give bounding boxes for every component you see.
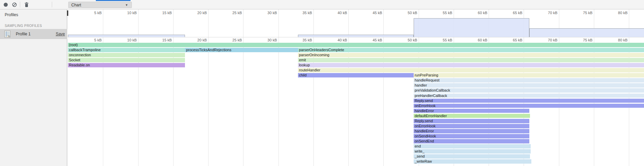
toolbar-separator [52, 2, 52, 7]
axis-tick-label: 75 kB [572, 38, 593, 42]
save-profile-link[interactable]: Save [56, 32, 65, 36]
flame-bar[interactable]: _send [414, 154, 530, 159]
gridline [243, 9, 243, 166]
flame-bar[interactable]: Readable.on [68, 63, 185, 67]
axis-tick-label: 30 kB [257, 38, 277, 42]
sidebar-title: Profiles [5, 12, 18, 17]
flame-bar[interactable]: handleError [414, 129, 529, 133]
profile-name: Profile 1 [16, 32, 31, 36]
gridline [103, 9, 103, 166]
overview-baseline [68, 37, 644, 37]
flame-bar[interactable]: handleError [414, 109, 529, 113]
flame-bar[interactable]: onSendHook [414, 134, 529, 138]
axis-tick-label: 25 kB [222, 38, 242, 42]
flame-bar[interactable]: handleRequest [414, 78, 644, 82]
flame-bar[interactable]: Reply.send [414, 119, 529, 123]
toolbar-separator [20, 2, 20, 7]
flame-bar[interactable]: _writeRaw [414, 159, 531, 164]
flame-bar[interactable]: preHandlerCallback [414, 94, 644, 98]
overview-area-step [68, 35, 185, 37]
clear-button[interactable] [11, 1, 18, 8]
flame-bar[interactable]: end [414, 144, 531, 148]
gridline [173, 9, 174, 166]
flame-bar[interactable]: handler [414, 83, 644, 88]
axis-tick-label: 65 kB [502, 11, 522, 15]
axis-tick-label: 20 kB [187, 11, 207, 15]
axis-tick-label: 50 kB [397, 38, 417, 42]
gridline [383, 9, 384, 166]
sidebar-section-header: SAMPLING PROFILES [5, 24, 42, 28]
flame-chart-canvas[interactable]: 5 kB5 kB10 kB10 kB15 kB15 kB20 kB20 kB25… [68, 9, 644, 166]
axis-tick-label: 70 kB [537, 11, 558, 15]
flame-bar[interactable]: parserOnIncoming [298, 53, 644, 57]
axis-tick-label: 50 kB [397, 11, 417, 15]
axis-tick-label: 10 kB [117, 38, 137, 42]
trash-icon [24, 2, 29, 7]
record-icon [4, 3, 8, 7]
axis-tick-label: 35 kB [292, 11, 312, 15]
axis-tick-label: 45 kB [362, 11, 382, 15]
flame-bar[interactable]: onconnection [68, 53, 185, 57]
toolbar: Chart ▼ [0, 0, 644, 9]
axis-tick-label: 40 kB [327, 38, 347, 42]
axis-tick-label: 20 kB [187, 38, 207, 42]
axis-tick-label: 15 kB [152, 38, 172, 42]
sidebar-item-profile-1[interactable]: % Profile 1 Save [0, 29, 67, 39]
flame-bar[interactable]: emit [298, 58, 644, 62]
gridline [348, 9, 349, 166]
profiler-window: Chart ▼ Profiles SAMPLING PROFILES % Pro… [0, 0, 644, 166]
profile-document-icon: % [4, 31, 10, 37]
view-mode-value: Chart [71, 3, 81, 7]
axis-tick-label: 55 kB [432, 38, 452, 42]
flame-bar[interactable]: Reply.send [414, 99, 644, 103]
gridline [313, 9, 314, 166]
axis-tick-label: 35 kB [292, 38, 312, 42]
flame-bar[interactable]: onErrorHook [414, 124, 529, 128]
flame-bar[interactable]: routeHandler [298, 68, 644, 72]
flame-bar[interactable]: onSendEnd [414, 139, 529, 143]
active-tab-indicator [96, 0, 130, 1]
axis-tick-label: 55 kB [432, 11, 452, 15]
gridline [278, 9, 279, 166]
axis-tick-label: 75 kB [572, 11, 593, 15]
axis-tick-label: 25 kB [222, 11, 242, 15]
axis-tick-label: 5 kB [81, 38, 102, 42]
gridline [138, 9, 139, 166]
overview-selection-handle[interactable] [67, 10, 68, 16]
delete-button[interactable] [23, 1, 30, 8]
axis-tick-label: 45 kB [362, 38, 382, 42]
toolbar-button-group [0, 0, 67, 9]
overview-area-step [529, 28, 644, 37]
record-button[interactable] [2, 1, 9, 8]
axis-tick-label: 60 kB [467, 11, 487, 15]
axis-tick-label: 60 kB [467, 38, 487, 42]
flame-bar[interactable]: parserOnHeadersComplete [298, 48, 644, 52]
axis-tick-label: 70 kB [537, 38, 558, 42]
chevron-down-icon: ▼ [125, 3, 128, 7]
axis-tick-label: 30 kB [257, 11, 277, 15]
sidebar: Profiles SAMPLING PROFILES % Profile 1 S… [0, 9, 67, 166]
flame-bar[interactable]: lookup [298, 63, 644, 67]
flame-bar[interactable]: runPreParsing [414, 73, 644, 77]
axis-tick-label: 80 kB [607, 11, 628, 15]
flame-bar[interactable]: child [298, 73, 414, 77]
axis-tick-label: 15 kB [152, 11, 172, 15]
flame-bar[interactable]: defaultErrorHandler [414, 114, 530, 118]
gridline [208, 9, 209, 166]
flame-bar[interactable]: Socket [68, 58, 185, 62]
overview-area-step [414, 18, 529, 37]
view-mode-dropdown[interactable]: Chart ▼ [68, 2, 132, 8]
flame-bar[interactable]: preValidationCallback [414, 88, 644, 93]
block-icon [12, 2, 17, 7]
axis-tick-label: 10 kB [117, 11, 137, 15]
overview-area-step [298, 35, 414, 37]
axis-tick-label: 65 kB [502, 38, 522, 42]
flame-bar[interactable]: (root) [68, 43, 644, 47]
flame-bar[interactable]: onErrorHook [414, 104, 644, 108]
flame-bar[interactable]: write_ [414, 149, 531, 154]
flame-bar[interactable]: processTicksAndRejections [185, 48, 298, 52]
axis-tick-label: 5 kB [81, 11, 102, 15]
axis-tick-label: 80 kB [607, 38, 628, 42]
flame-bar[interactable]: callbackTrampoline [68, 48, 185, 52]
svg-text:%: % [8, 35, 10, 37]
